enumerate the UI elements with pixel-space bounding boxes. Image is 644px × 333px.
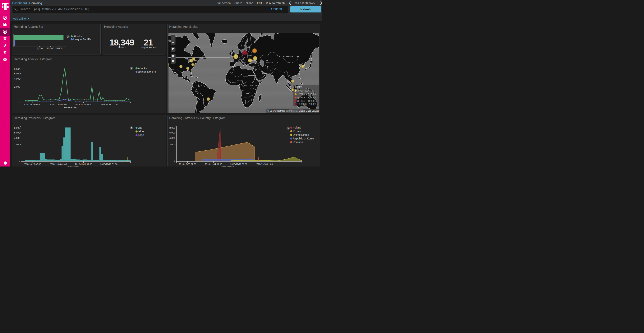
svg-text:6,000: 6,000 xyxy=(170,131,176,134)
svg-text:2018-10-28 02:00: 2018-10-28 02:00 xyxy=(24,103,41,106)
svg-text:Unique Src IPs: Unique Src IPs xyxy=(138,70,156,74)
svg-text:2018-11-11 01:00: 2018-11-11 01:00 xyxy=(75,163,92,165)
svg-text:2018-11-18 01:00: 2018-11-18 01:00 xyxy=(256,163,273,165)
svg-text:4,000: 4,000 xyxy=(170,137,176,139)
svg-text:2018-11-11 01:00: 2018-11-11 01:00 xyxy=(230,163,247,165)
svg-text:2,000: 2,000 xyxy=(14,86,20,88)
svg-text:Attacks: Attacks xyxy=(73,35,82,38)
svg-text:2,000: 2,000 xyxy=(14,143,20,146)
svg-text:6,000: 6,000 xyxy=(14,131,20,134)
svg-text:Unique Src IPs: Unique Src IPs xyxy=(140,46,157,49)
svg-text:4,000: 4,000 xyxy=(14,137,20,139)
svg-text:0: 0 xyxy=(19,100,20,103)
svg-text:8,182.2 – 10,908.6: 8,182.2 – 10,908.6 xyxy=(298,100,317,102)
svg-text:2018-11-04 01:00: 2018-11-04 01:00 xyxy=(50,163,67,165)
svg-text:2,729.4 – 5,455.8: 2,729.4 – 5,455.8 xyxy=(298,93,316,96)
svg-text:0: 0 xyxy=(19,160,20,162)
svg-text:2018-11-04 01:00: 2018-11-04 01:00 xyxy=(50,103,67,106)
svg-text:Attacks: Attacks xyxy=(118,46,126,49)
svg-text:2018-11-04 01:00: 2018-11-04 01:00 xyxy=(205,163,222,165)
svg-text:pop3: pop3 xyxy=(138,134,144,137)
svg-text:2018-11-11 01:00: 2018-11-11 01:00 xyxy=(75,103,92,106)
svg-text:Unique Src IPs: Unique Src IPs xyxy=(73,38,91,41)
svg-text:5,000: 5,000 xyxy=(36,47,42,50)
svg-text:6,000: 6,000 xyxy=(14,72,20,75)
svg-text:United States: United States xyxy=(293,133,309,136)
svg-text:Count: Count xyxy=(295,85,302,88)
svg-text:15,000: 15,000 xyxy=(55,47,62,50)
svg-text:0: 0 xyxy=(174,160,176,162)
svg-text:Republic of Korea: Republic of Korea xyxy=(293,137,314,140)
svg-text:Romania: Romania xyxy=(293,141,304,144)
svg-text:Poland: Poland xyxy=(293,126,301,129)
svg-text:2,000: 2,000 xyxy=(170,143,176,146)
svg-text:8,000: 8,000 xyxy=(170,127,176,129)
svg-text:2018-10-28 02:00: 2018-10-28 02:00 xyxy=(24,163,41,165)
svg-text:Russia: Russia xyxy=(293,130,301,133)
svg-text:5,455.8 – 8,182.2: 5,455.8 – 8,182.2 xyxy=(298,96,316,99)
svg-text:telnet: telnet xyxy=(138,130,144,133)
svg-text:10,000: 10,000 xyxy=(47,47,54,50)
svg-text:2018-11-18 01:00: 2018-11-18 01:00 xyxy=(100,163,118,165)
svg-text:8,000: 8,000 xyxy=(14,127,20,129)
svg-text:3 – 2,729.4: 3 – 2,729.4 xyxy=(298,90,309,92)
svg-text:Attacks: Attacks xyxy=(138,67,147,70)
svg-text:2018-10-28 02:00: 2018-10-28 02:00 xyxy=(179,163,196,165)
svg-text:vnc: vnc xyxy=(138,126,142,129)
svg-text:2018-11-18 01:00: 2018-11-18 01:00 xyxy=(100,103,118,106)
svg-text:8,000: 8,000 xyxy=(14,68,20,71)
svg-text:© OpenStreetMap contributors,: © OpenStreetMap contributors, Elastic Ma… xyxy=(268,110,319,112)
svg-text:4,000: 4,000 xyxy=(14,78,20,80)
svg-text:Timestamp: Timestamp xyxy=(64,106,77,109)
svg-text:10,908.6 – 13,635: 10,908.6 – 13,635 xyxy=(298,103,316,106)
